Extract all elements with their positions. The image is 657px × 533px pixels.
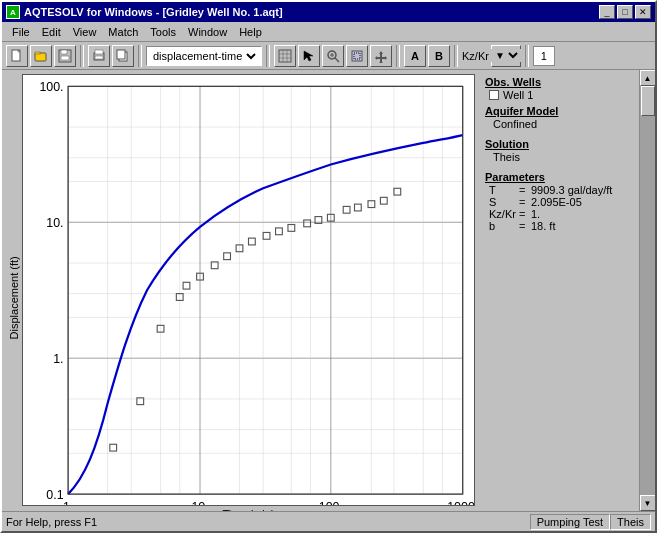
aquifer-model-section: Aquifer Model Confined (485, 105, 633, 134)
save-button[interactable] (54, 45, 76, 67)
status-bar: For Help, press F1 Pumping Test Theis (2, 511, 655, 531)
params-table: T = 9909.3 gal/day/ft S = 2.095E-05 Kz/K… (489, 184, 633, 232)
svg-rect-5 (61, 56, 69, 60)
sep5 (454, 45, 458, 67)
number-input[interactable]: 1 (533, 46, 555, 66)
parameters-title: Parameters (485, 171, 633, 183)
svg-text:10.: 10. (46, 216, 63, 230)
param-s-eq: = (519, 196, 529, 208)
status-theis: Theis (610, 514, 651, 530)
close-button[interactable]: ✕ (635, 5, 651, 19)
well-checkbox[interactable] (489, 90, 499, 100)
copy-button[interactable] (112, 45, 134, 67)
svg-rect-11 (279, 50, 291, 62)
zoom-button[interactable] (322, 45, 344, 67)
chart-inner: 100. 10. 1. 0.1 1. 10. 100. 1000. (22, 74, 475, 511)
menu-edit[interactable]: Edit (36, 25, 67, 39)
menu-window[interactable]: Window (182, 25, 233, 39)
solution-value: Theis (493, 151, 633, 163)
svg-text:10.: 10. (191, 500, 208, 505)
right-panel: Obs. Wells Well 1 Aquifer Model Confined… (479, 70, 639, 511)
param-row-s: S = 2.095E-05 (489, 196, 633, 208)
zoom-fit-button[interactable] (346, 45, 368, 67)
well-item: Well 1 (489, 89, 633, 101)
menu-help[interactable]: Help (233, 25, 268, 39)
svg-rect-10 (117, 50, 125, 59)
sep6 (525, 45, 529, 67)
print-button[interactable] (88, 45, 110, 67)
solution-section: Solution Theis (485, 138, 633, 167)
title-bar: A AQTESOLV for Windows - [Gridley Well N… (2, 2, 655, 22)
status-pumping-test: Pumping Test (530, 514, 610, 530)
param-row-b: b = 18. ft (489, 220, 633, 232)
param-b-eq: = (519, 220, 529, 232)
open-button[interactable] (30, 45, 52, 67)
param-t-eq: = (519, 184, 529, 196)
app-icon: A (6, 5, 20, 19)
param-s-val: 2.095E-05 (531, 196, 582, 208)
aquifer-model-title: Aquifer Model (485, 105, 633, 117)
title-controls: _ □ ✕ (599, 5, 651, 19)
v-scroll-down[interactable]: ▼ (640, 495, 656, 511)
b-button[interactable]: B (428, 45, 450, 67)
param-kzkr-eq: = (519, 208, 529, 220)
v-scrollbar: ▲ ▼ (639, 70, 655, 511)
param-row-t: T = 9909.3 gal/day/ft (489, 184, 633, 196)
plot-type-select[interactable]: displacement-time drawdown-time recovery (149, 49, 259, 63)
cursor-button[interactable] (298, 45, 320, 67)
svg-rect-8 (95, 50, 103, 54)
param-row-kzkr: Kz/Kr = 1. (489, 208, 633, 220)
main-content: Displacement (ft) (2, 70, 655, 511)
svg-rect-2 (35, 52, 40, 54)
chart-col: Displacement (ft) (2, 70, 479, 511)
new-button[interactable] (6, 45, 28, 67)
parameters-section: Parameters T = 9909.3 gal/day/ft S = 2.0… (485, 171, 633, 232)
menu-view[interactable]: View (67, 25, 103, 39)
window-title: AQTESOLV for Windows - [Gridley Well No.… (24, 6, 283, 18)
param-kzkr-val: 1. (531, 208, 540, 220)
status-right: Pumping Test Theis (530, 514, 651, 530)
svg-line-18 (335, 58, 339, 62)
maximize-button[interactable]: □ (617, 5, 633, 19)
sep1 (80, 45, 84, 67)
svg-text:100.: 100. (319, 500, 343, 505)
v-scroll-thumb[interactable] (641, 86, 655, 116)
chart-container: Displacement (ft) (2, 70, 479, 511)
a-button[interactable]: A (404, 45, 426, 67)
aquifer-model-value: Confined (493, 118, 633, 130)
svg-text:1.: 1. (53, 352, 63, 366)
menu-match[interactable]: Match (102, 25, 144, 39)
menu-tools[interactable]: Tools (144, 25, 182, 39)
param-b-val: 18. ft (531, 220, 555, 232)
minimize-button[interactable]: _ (599, 5, 615, 19)
param-t-name: T (489, 184, 517, 196)
param-s-name: S (489, 196, 517, 208)
main-window: A AQTESOLV for Windows - [Gridley Well N… (0, 0, 657, 533)
solution-title: Solution (485, 138, 633, 150)
svg-rect-7 (95, 56, 103, 59)
sep4 (396, 45, 400, 67)
obs-wells-section: Obs. Wells Well 1 (485, 76, 633, 101)
menu-file[interactable]: File (6, 25, 36, 39)
y-axis-label: Displacement (ft) (6, 74, 22, 511)
v-scroll-up[interactable]: ▲ (640, 70, 656, 86)
chart-area[interactable]: 100. 10. 1. 0.1 1. 10. 100. 1000. (22, 74, 475, 506)
grid-button[interactable] (274, 45, 296, 67)
svg-text:1.: 1. (63, 500, 73, 505)
kzkr-select[interactable]: ▼ (491, 49, 521, 62)
param-kzkr-name: Kz/Kr (489, 208, 517, 220)
svg-text:1000.: 1000. (447, 500, 474, 505)
kzkr-dropdown-btn[interactable]: ▼ (491, 45, 521, 67)
svg-rect-4 (61, 50, 67, 54)
toolbar: displacement-time drawdown-time recovery (2, 42, 655, 70)
pan-button[interactable] (370, 45, 392, 67)
x-axis-label: Time (min) (22, 506, 475, 511)
param-b-name: b (489, 220, 517, 232)
menu-bar: File Edit View Match Tools Window Help (2, 22, 655, 42)
v-scroll-track[interactable] (640, 86, 656, 495)
sep2 (138, 45, 142, 67)
chart-wrapper: Displacement (ft) (6, 74, 475, 511)
svg-rect-23 (23, 75, 474, 505)
plot-type-dropdown[interactable]: displacement-time drawdown-time recovery (146, 46, 262, 66)
svg-marker-16 (304, 51, 313, 61)
